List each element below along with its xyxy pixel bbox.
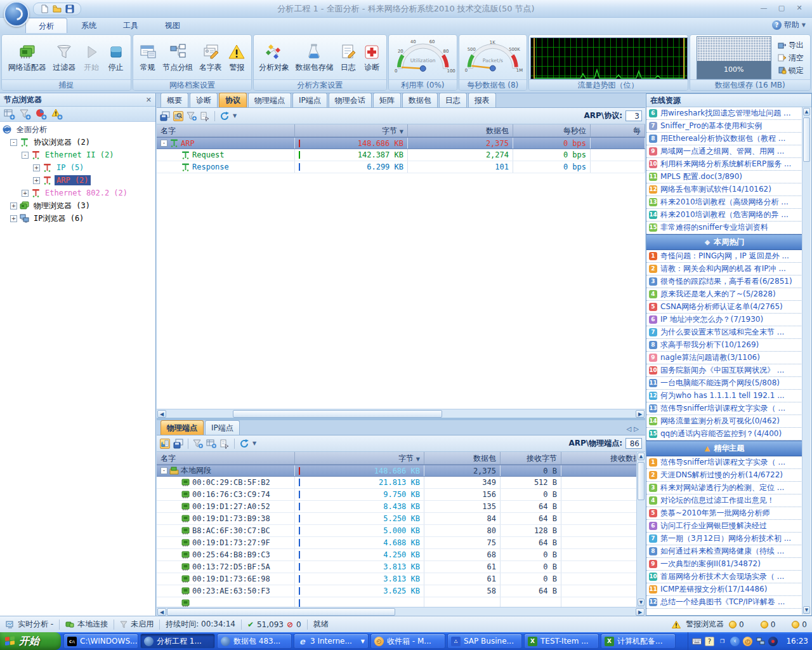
stop-button[interactable]: 停止 [105,42,127,74]
general-settings-button[interactable]: 常规 [137,42,159,74]
resource-link[interactable]: 11 MPLS 配置.doc(3/890) [646,171,802,183]
column-name[interactable]: 名字 [157,452,295,464]
scroll-left-icon[interactable]: ◀ [157,608,166,616]
expand-toggle[interactable]: + [33,177,40,184]
resource-link[interactable]: 8 用Ethereal分析协议数据包（教程 ... [646,133,802,145]
taskbar-task[interactable]: ◴ 收件箱 - M... [370,633,445,649]
tree-item[interactable]: + 物理浏览器 (3) [0,199,155,212]
tab-scroll-arrows[interactable]: ◁▷ [623,425,645,435]
resource-link[interactable]: 8 如何通过科来检查网络健康（待续 ... [646,545,802,558]
tree-item[interactable]: + Ethernet 802.2 (2) [0,187,155,199]
locate-node-icon[interactable] [173,111,183,121]
endpoint-row[interactable]: - 本地网段 148.686 KB 2,375 0 B [157,465,645,477]
resource-link[interactable]: 12 何为who has 1.1.1.1 tell 192.1 ... [646,390,802,402]
resources-vscrollbar[interactable]: ▲ ▼ [802,107,811,614]
resource-link[interactable]: 15 qq的通话内容能否监控到？(4/400) [646,428,802,441]
endpoint-vscrollbar[interactable]: ▲ ▼ [636,452,645,607]
resource-link[interactable]: 7 第一期（3月12日）网络分析技术初 ... [646,533,802,545]
resource-link[interactable]: 11 一台电脑能不能连两个网段(5/808) [646,377,802,390]
column-bytes[interactable]: 字节 ▼ [295,452,424,464]
close-panel-icon[interactable]: ✕ [146,96,152,104]
scroll-up-icon[interactable]: ▲ [803,108,810,116]
resource-link[interactable]: 1 范伟导sniffer培训课程文字实录（ ... [646,456,802,469]
resource-link[interactable]: 9 nagle算法问题请教(3/1106) [646,352,802,364]
analysis-objects-button[interactable]: 分析对象 [257,42,291,74]
expand-toggle[interactable]: - [160,140,167,147]
reminder-clock-icon[interactable]: ◴ [743,637,752,646]
resource-link[interactable]: 10 首届网络分析技术大会现场实录（ ... [646,571,802,583]
scroll-thumb[interactable] [638,462,645,500]
taskbar-task[interactable]: 数据包 483... [217,633,292,649]
protocol-row[interactable]: - ARP 148.686 KB 2,375 0 bps [157,137,645,149]
resource-link[interactable]: 12 总结一个经典图书《TCP/IP详解卷 ... [646,596,802,609]
scroll-thumb[interactable] [233,410,442,418]
close-button[interactable]: ✕ [792,3,807,14]
endpoint-row[interactable]: 00:16:76:C3:C9:74 9.750 KB 156 0 B [157,489,645,501]
filter-add-icon[interactable] [187,111,197,121]
column-recv-bytes[interactable]: 接收字节 [501,452,561,464]
add-alarm-icon[interactable] [51,109,63,120]
minimize-button[interactable]: — [756,3,771,14]
column-packets[interactable]: 数据包 [424,452,501,464]
protocol-hscrollbar[interactable]: ◀ ▶ [157,409,645,418]
endpoint-row[interactable]: 00:25:64:B8:B9:C3 4.250 KB 68 0 B [157,549,645,561]
resource-link[interactable]: 5 羡慕~2010年第一批网络分析师 [646,507,802,520]
resource-link[interactable]: 14 网络流量监测分析及可视化(0/462) [646,415,802,428]
view-tab[interactable]: 数据包 [402,93,438,107]
analysis-mode-status[interactable]: 实时分析 - [0,620,60,630]
view-tab[interactable]: 协议 [219,93,247,107]
tree-root[interactable]: 全面分析 [0,123,155,136]
resource-link[interactable]: 3 科来对网站渗透行为的检测、定位 ... [646,482,802,494]
column-bps[interactable]: 每秒位 [513,124,591,136]
expand-toggle[interactable]: - [160,467,167,474]
save-view-icon[interactable] [173,439,183,449]
resource-link[interactable]: 1 奇怪问题：PING内网，IP 返回是外 ... [646,250,802,263]
resource-link[interactable]: 6 用wireshark找回遗忘管理地址问题 ... [646,107,802,120]
help-button[interactable]: ? 帮助 ▼ [772,20,806,30]
refresh-dropdown-caret[interactable]: ▼ [233,113,237,119]
scroll-down-icon[interactable]: ▼ [638,599,645,606]
scroll-down-icon[interactable]: ▼ [803,606,810,614]
add-table-icon[interactable] [4,109,15,120]
add-table-icon[interactable] [206,439,216,449]
keyboard-layout-icon[interactable] [692,637,702,646]
hide-icons-chevron[interactable]: ‹ [730,637,740,646]
expand-toggle[interactable]: + [10,215,17,222]
resource-link[interactable]: 5 CSNA网络分析师认证名单(4/2765) [646,301,802,314]
scroll-thumb[interactable] [167,608,395,616]
view-tab[interactable]: IP端点 [292,93,327,107]
endpoint-row[interactable]: 00:23:AE:63:50:F3 3.625 KB 58 64 B [157,585,645,597]
resource-link[interactable]: 9 一次典型的案例II(81/34872) [646,558,802,571]
open-folder-icon[interactable] [53,4,62,13]
new-file-icon[interactable] [40,4,49,13]
resource-link[interactable]: 12 网络丢包率测试软件(14/10162) [646,183,802,196]
resource-link[interactable]: 15 非常难得的sniffer专业培训资料 [646,222,802,234]
endpoint-row[interactable]: B8:AC:6F:30:C7:BC 5.000 KB 80 128 B [157,525,645,537]
endpoint-row[interactable]: 00:13:72:D5:BF:5A 3.813 KB 61 0 B [157,561,645,573]
refresh-dropdown-caret[interactable]: ▼ [252,441,256,446]
column-recv-packets[interactable]: 接收数据 [561,452,645,464]
app-logo-icon[interactable] [4,1,29,27]
resource-link[interactable]: 2 天涯DNS解析过慢的分析(14/6722) [646,469,802,482]
taskbar-task[interactable]: e 3 Interne... ▼ [294,633,369,649]
lock-buffer-button[interactable]: 锁定 [778,65,804,76]
view-tab[interactable]: 报表 [468,93,496,107]
scroll-thumb[interactable] [803,117,810,162]
taskbar-task[interactable]: 分析工程 1... [140,633,215,649]
resource-link[interactable]: 14 科来2010培训教程（危害网络的异 ... [646,209,802,222]
endpoint-row[interactable]: 00:19:D1:27:A0:52 8.438 KB 135 64 B [157,501,645,513]
ribbon-tab[interactable]: 视图 [152,18,193,33]
scroll-right-icon[interactable]: ▶ [636,410,645,418]
expand-toggle[interactable]: + [33,164,40,171]
resource-link[interactable]: 10 利用科来网络分析系统解析ERP服务 ... [646,158,802,171]
make-filter-icon[interactable] [219,439,230,449]
endpoint-row[interactable] [157,597,645,607]
column-packets[interactable]: 数据包 [408,124,513,136]
endpoint-row[interactable]: 00:19:D1:73:6E:98 3.813 KB 61 0 B [157,573,645,585]
help-tray-icon[interactable]: ? [705,637,714,646]
clear-buffer-button[interactable]: 清空 [778,53,804,63]
alarm-browser-zone[interactable]: 警报浏览器 0 0 0 [672,619,812,630]
column-cut[interactable]: 每 [591,124,645,136]
ribbon-tab[interactable]: 分析 [25,18,67,33]
expand-toggle[interactable]: - [22,152,29,159]
